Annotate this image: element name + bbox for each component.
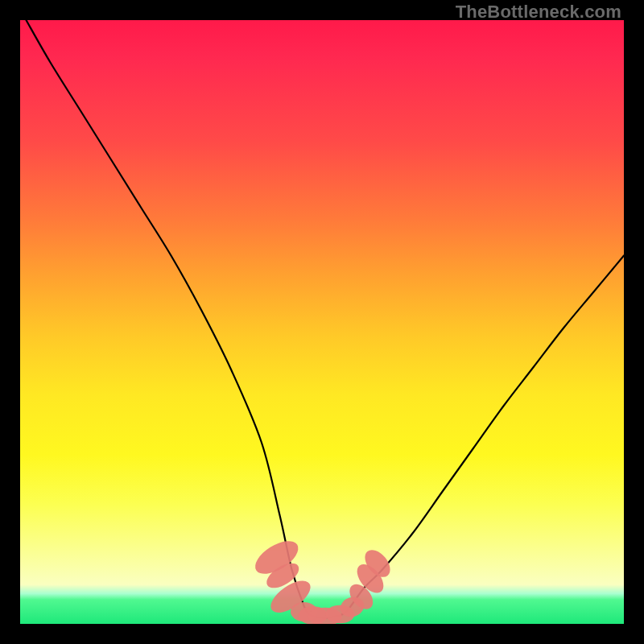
watermark: TheBottleneck.com: [456, 2, 621, 23]
bottleneck-curve-svg: [20, 20, 624, 624]
bottleneck-curve: [27, 20, 625, 618]
plot-area: [20, 20, 624, 624]
curve-markers: [250, 535, 394, 624]
chart-container: TheBottleneck.com: [0, 0, 644, 644]
